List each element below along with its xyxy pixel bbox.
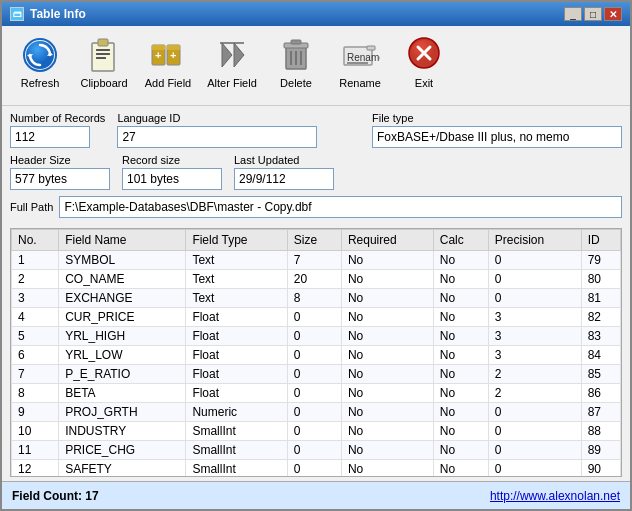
svg-rect-7 [96,53,110,55]
table-cell: Text [186,251,287,270]
table-cell: 89 [581,441,620,460]
table-cell: No [341,403,433,422]
table-cell: 6 [12,346,59,365]
table-row[interactable]: 1SYMBOLText7NoNo079 [12,251,621,270]
table-cell: No [433,327,488,346]
col-required: Required [341,230,433,251]
table-cell: YRL_LOW [59,346,186,365]
table-row[interactable]: 4CUR_PRICEFloat0NoNo382 [12,308,621,327]
table-cell: No [433,251,488,270]
record-size-input[interactable] [122,168,222,190]
table-row[interactable]: 9PROJ_GRTHNumeric0NoNo087 [12,403,621,422]
title-bar-left: 🗃 Table Info [10,7,86,21]
rename-icon: Rename [340,35,380,75]
table-cell: PRICE_CHG [59,441,186,460]
language-id-input[interactable] [117,126,317,148]
table-cell: 2 [488,384,581,403]
table-row[interactable]: 2CO_NAMEText20NoNo080 [12,270,621,289]
alter-field-button[interactable]: Alter Field [202,30,262,94]
table-cell: 7 [287,251,341,270]
refresh-button[interactable]: Refresh [10,30,70,94]
field-count-text: Field Count: 17 [12,489,99,503]
table-cell: SmallInt [186,441,287,460]
table-cell: 3 [12,289,59,308]
svg-text:Rename: Rename [347,52,380,63]
status-bar: Field Count: 17 http://www.alexnolan.net [2,481,630,509]
table-cell: Float [186,365,287,384]
website-link[interactable]: http://www.alexnolan.net [490,489,620,503]
delete-button[interactable]: Delete [266,30,326,94]
alter-field-icon [212,35,252,75]
table-cell: EXCHANGE [59,289,186,308]
svg-rect-8 [96,57,106,59]
clipboard-label: Clipboard [80,77,127,89]
add-field-button[interactable]: + + Add Field [138,30,198,94]
table-cell: No [341,270,433,289]
table-cell: 11 [12,441,59,460]
header-size-label: Header Size [10,154,110,166]
table-row[interactable]: 6YRL_LOWFloat0NoNo384 [12,346,621,365]
table-cell: 0 [287,327,341,346]
table-cell: 8 [12,384,59,403]
last-updated-field: Last Updated [234,154,334,190]
header-size-field: Header Size [10,154,110,190]
file-type-input[interactable] [372,126,622,148]
title-controls: _ □ ✕ [564,7,622,21]
clipboard-button[interactable]: Clipboard [74,30,134,94]
table-cell: 0 [488,289,581,308]
table-row[interactable]: 7P_E_RATIOFloat0NoNo285 [12,365,621,384]
table-row[interactable]: 10INDUSTRYSmallInt0NoNo088 [12,422,621,441]
table-row[interactable]: 11PRICE_CHGSmallInt0NoNo089 [12,441,621,460]
table-row[interactable]: 8BETAFloat0NoNo286 [12,384,621,403]
table-row[interactable]: 3EXCHANGEText8NoNo081 [12,289,621,308]
svg-marker-15 [222,43,232,67]
table-cell: 20 [287,270,341,289]
num-records-input[interactable] [10,126,90,148]
file-type-label: File type [372,112,622,124]
table-cell: 0 [287,365,341,384]
table-cell: PROJ_GRTH [59,403,186,422]
table-row[interactable]: 12SAFETYSmallInt0NoNo090 [12,460,621,477]
svg-rect-28 [367,46,375,50]
refresh-icon [20,35,60,75]
title-bar: 🗃 Table Info _ □ ✕ [2,2,630,26]
rename-button[interactable]: Rename Rename [330,30,390,94]
table-cell: 1 [12,251,59,270]
col-field-type: Field Type [186,230,287,251]
table-cell: INDUSTRY [59,422,186,441]
col-size: Size [287,230,341,251]
close-button[interactable]: ✕ [604,7,622,21]
table-cell: 5 [12,327,59,346]
table-cell: 3 [488,308,581,327]
table-cell: No [341,384,433,403]
table-cell: 80 [581,270,620,289]
refresh-label: Refresh [21,77,60,89]
table-cell: No [341,422,433,441]
col-calc: Calc [433,230,488,251]
table-cell: 90 [581,460,620,477]
table-cell: 0 [287,422,341,441]
last-updated-input[interactable] [234,168,334,190]
table-cell: 79 [581,251,620,270]
svg-rect-5 [98,39,108,46]
exit-button[interactable]: Exit [394,30,454,94]
col-field-name: Field Name [59,230,186,251]
fields-table-scroll[interactable]: No. Field Name Field Type Size Required … [11,229,621,476]
maximize-button[interactable]: □ [584,7,602,21]
record-size-field: Record size [122,154,222,190]
table-cell: No [341,460,433,477]
table-cell: 0 [488,270,581,289]
header-row: No. Field Name Field Type Size Required … [12,230,621,251]
table-cell: No [341,346,433,365]
minimize-button[interactable]: _ [564,7,582,21]
file-type-field: File type [372,112,622,148]
record-size-label: Record size [122,154,222,166]
table-row[interactable]: 5YRL_HIGHFloat0NoNo383 [12,327,621,346]
full-path-input[interactable] [59,196,622,218]
table-cell: No [341,308,433,327]
table-cell: 8 [287,289,341,308]
header-size-input[interactable] [10,168,110,190]
rename-label: Rename [339,77,381,89]
table-cell: 0 [488,441,581,460]
clipboard-icon [84,35,124,75]
